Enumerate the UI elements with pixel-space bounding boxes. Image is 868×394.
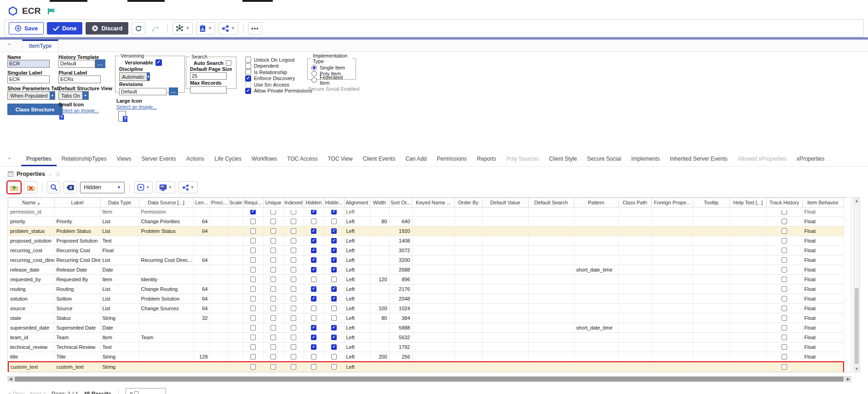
revisions-input[interactable]: Default — [119, 88, 167, 95]
filter-select[interactable]: Hidden ▼ — [80, 182, 125, 193]
share-grid-dropdown-button[interactable]: ▼ — [178, 181, 198, 193]
versionable-checkbox[interactable] — [155, 59, 162, 66]
tab-life-cycles[interactable]: Life Cycles — [209, 153, 247, 166]
checkbox[interactable] — [291, 219, 296, 224]
checkbox[interactable] — [270, 296, 276, 301]
checkbox[interactable] — [291, 344, 296, 350]
checkbox[interactable] — [331, 296, 337, 301]
tab-server-events[interactable]: Server Events — [136, 153, 181, 166]
column-header-precision[interactable]: Preci... — [210, 198, 228, 208]
column-header-pattern[interactable]: Pattern — [574, 198, 618, 208]
prev-page-button[interactable]: < Prev — [8, 391, 24, 394]
table-row[interactable]: priorityPriorityListChange Priorities64L… — [8, 217, 844, 226]
revisions-browse-button[interactable]: ... — [169, 87, 178, 95]
checkbox[interactable] — [782, 248, 787, 253]
checkbox[interactable] — [270, 286, 276, 292]
collapse-panel-chevron[interactable]: ⌃ — [7, 43, 12, 49]
checkbox[interactable] — [291, 296, 296, 301]
save-button[interactable]: Save — [9, 22, 44, 35]
checkbox[interactable] — [782, 219, 787, 224]
checkbox[interactable] — [270, 335, 276, 340]
checkbox[interactable] — [331, 228, 337, 234]
checkbox[interactable] — [291, 267, 296, 272]
checkbox[interactable] — [331, 248, 337, 253]
checkbox[interactable] — [782, 364, 787, 370]
tab-views[interactable]: Views — [112, 153, 137, 166]
checkbox[interactable] — [250, 354, 256, 359]
checkbox-unlock-on-logout[interactable]: Unlock On Logout — [245, 57, 312, 63]
next-page-button[interactable]: Next > — [30, 391, 46, 394]
checkbox[interactable] — [291, 277, 296, 282]
column-header-help_text[interactable]: Help Text [...] — [730, 198, 766, 208]
checkbox[interactable] — [782, 354, 787, 359]
column-header-sort_order[interactable]: Sort Or... — [389, 198, 412, 208]
checkbox[interactable] — [311, 335, 316, 340]
table-row[interactable]: sourceSourceListChange Sources64Left1001… — [8, 304, 844, 313]
checkbox[interactable] — [311, 296, 316, 301]
vertical-scrollbar[interactable]: ▲ ▼ — [853, 197, 860, 372]
checkbox[interactable] — [250, 238, 256, 243]
checkbox[interactable] — [270, 364, 276, 370]
class-structure-button[interactable]: Class Structure — [7, 104, 63, 115]
checkbox[interactable] — [250, 277, 256, 282]
checkbox[interactable] — [245, 57, 251, 63]
checkbox[interactable] — [291, 364, 296, 370]
column-header-hidden2[interactable]: Hidde... — [324, 198, 344, 208]
column-header-foreign_property[interactable]: Foreign Prope... — [651, 198, 693, 208]
checkbox[interactable] — [291, 228, 296, 234]
checkbox[interactable] — [782, 325, 787, 330]
display-view-dropdown-button[interactable]: ▼ — [156, 181, 175, 193]
checkbox[interactable] — [782, 296, 787, 301]
checkbox[interactable] — [270, 257, 276, 263]
tab-toc-access[interactable]: TOC Access — [282, 153, 322, 166]
checkbox[interactable] — [245, 88, 251, 94]
checkbox-use-src-access[interactable]: Use Src Access — [245, 81, 312, 88]
checkbox[interactable] — [270, 267, 276, 272]
checkbox[interactable] — [270, 277, 276, 282]
tab-properties[interactable]: Properties — [21, 153, 57, 166]
radio-button[interactable] — [311, 71, 317, 76]
scroll-down-arrow[interactable]: ▼ — [854, 365, 860, 372]
table-row[interactable]: recurring_costRecurring CostFloatLeft307… — [8, 246, 844, 255]
checkbox[interactable] — [311, 315, 316, 321]
discard-button[interactable]: Discard — [86, 22, 128, 35]
checkbox[interactable] — [291, 315, 296, 321]
collapse-panel-chevron[interactable]: ⌃ — [7, 157, 12, 163]
share-dropdown-button[interactable]: ▼ — [218, 22, 238, 35]
column-header-hidden[interactable]: Hidden — [304, 198, 324, 208]
radio-single-item[interactable]: Single Item — [311, 64, 352, 71]
plural-label-input[interactable]: ECRs — [58, 75, 101, 83]
checkbox[interactable] — [311, 219, 316, 224]
column-header-keyed_name[interactable]: Keyed Name ... — [412, 198, 454, 208]
column-header-order_by[interactable]: Order By — [454, 198, 482, 208]
column-header-alignment[interactable]: Alignment — [344, 198, 370, 208]
column-header-required[interactable]: Requi... — [243, 198, 263, 208]
checkbox[interactable] — [250, 228, 256, 234]
tab-can-add[interactable]: Can Add — [400, 153, 431, 166]
column-header-default_search[interactable]: Default Search — [528, 198, 574, 208]
checkbox[interactable] — [331, 344, 337, 350]
checkbox[interactable] — [291, 354, 296, 359]
checkbox[interactable] — [782, 315, 787, 321]
checkbox[interactable] — [270, 306, 276, 311]
checkbox[interactable] — [291, 335, 296, 340]
checkbox[interactable] — [331, 219, 337, 224]
checkbox[interactable] — [250, 364, 256, 370]
checkbox[interactable] — [245, 63, 251, 69]
checkbox[interactable] — [270, 210, 276, 214]
tab-actions[interactable]: Actions — [181, 153, 209, 166]
checkbox[interactable] — [291, 286, 296, 292]
table-row[interactable]: solutionSoltionListProblem Solution64Lef… — [8, 294, 844, 304]
checkbox[interactable] — [291, 325, 296, 330]
column-header-item_behavior[interactable]: Item Behavior — [802, 198, 844, 208]
checkbox[interactable] — [311, 286, 316, 292]
column-header-data_source[interactable]: Data Source [...] — [139, 198, 193, 208]
column-header-track_history[interactable]: Track History — [766, 198, 802, 208]
table-row[interactable]: release_dateRelease DateDateLeft2688shor… — [8, 265, 844, 275]
add-property-button[interactable] — [7, 181, 21, 193]
checkbox[interactable] — [291, 210, 296, 214]
checkbox[interactable] — [311, 248, 316, 253]
max-records-input[interactable] — [190, 86, 227, 93]
checkbox[interactable] — [331, 325, 337, 330]
checkbox[interactable] — [331, 354, 337, 359]
